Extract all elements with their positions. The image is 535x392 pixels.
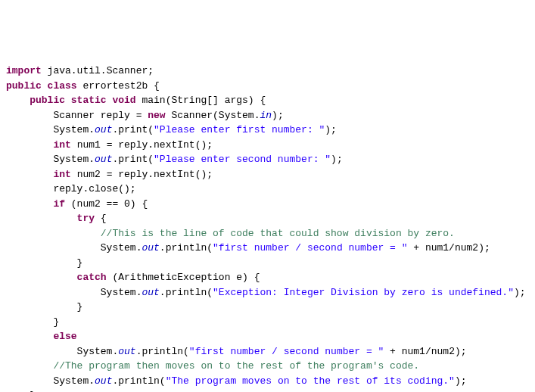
field-out: out [118,346,135,357]
text: System. [6,346,118,357]
string-literal: "Exception: Integer Division by zero is … [213,287,514,298]
code-line: System.out.print("Please enter second nu… [6,152,529,167]
code-line: System.out.println("first number / secon… [6,241,529,256]
code-line: catch (ArithmeticException e) { [6,270,529,285]
kw-void: void [107,95,136,106]
code-line: } [6,256,529,271]
kw-try: try [6,213,95,224]
text: + num1/num2); [408,242,490,254]
text: .println( [112,375,165,387]
code-line: System.out.println("The program moves on… [6,374,529,389]
text: ); [331,154,343,165]
kw-int: int [6,169,71,180]
code-line: int num1 = reply.nextInt(); [6,138,529,153]
text: java.util.Scanner; [42,65,154,76]
code-line: //The program then moves on to the rest … [6,359,529,374]
text: System. [6,287,142,298]
code-line: } [6,300,529,315]
field-out: out [142,287,159,298]
kw-new: new [148,110,165,121]
text: ); [272,110,284,121]
kw-class: class [42,80,77,92]
field-out: out [95,154,112,165]
string-literal: "Please enter second number: " [154,154,331,165]
kw-catch: catch [6,272,107,283]
text: num2 = reply.nextInt(); [71,169,213,180]
code-line: Scanner reply = new Scanner(System.in); [6,108,529,123]
text: (num2 == 0) { [65,198,148,210]
field-out: out [95,124,112,135]
text: Scanner reply = [6,110,148,121]
code-line: reply.close(); [6,182,529,197]
string-literal: "first number / second number = " [189,346,384,357]
text: .println( [136,346,189,357]
kw-if: if [6,198,65,210]
string-literal: "first number / second number = " [213,242,407,254]
code-line: public class errortest2b { [6,79,529,94]
text: .println( [160,287,213,298]
text: .println( [160,242,213,254]
code-line: int num2 = reply.nextInt(); [6,167,529,182]
text: } [6,257,82,269]
field-in: in [260,110,272,121]
code-line: System.out.println("first number / secon… [6,344,529,359]
code-line: else [6,329,529,344]
code-line: try { [6,211,529,226]
code-editor: import java.util.Scanner;public class er… [6,64,529,392]
string-literal: "Please enter first number: " [154,124,325,135]
comment: //This is the line of code that could sh… [6,228,455,239]
text: System. [6,242,142,254]
text: reply.close(); [6,183,136,194]
text: } [6,301,82,313]
text: } [6,316,59,328]
kw-public: public [6,95,65,106]
code-line: public static void main(String[] args) { [6,93,529,108]
text: + num1/num2); [384,346,466,357]
string-literal: "The program moves on to the rest of its… [166,375,455,387]
text: .print( [112,154,154,165]
text: main(String[] args) { [136,95,266,106]
kw-int: int [6,139,71,151]
text: (ArithmeticException e) { [107,272,260,283]
field-out: out [95,375,112,387]
kw-import: import [6,65,42,76]
text: ); [455,375,467,387]
code-line: System.out.println("Exception: Integer D… [6,285,529,300]
code-line: } [6,315,529,330]
text: { [95,213,107,224]
text: errortest2b { [77,80,160,92]
code-line: System.out.print("Please enter first num… [6,123,529,138]
text: ); [514,287,526,298]
text: System. [6,154,95,165]
comment: //The program then moves on to the rest … [6,360,419,372]
code-line: if (num2 == 0) { [6,197,529,212]
text: Scanner(System. [166,110,260,121]
text: System. [6,375,95,387]
kw-static: static [65,95,107,106]
field-out: out [142,242,159,254]
text: System. [6,124,95,135]
text: num1 = reply.nextInt(); [71,139,213,151]
kw-else: else [6,331,77,342]
code-line: import java.util.Scanner; [6,64,529,79]
code-line: //This is the line of code that could sh… [6,226,529,241]
code-line: } [6,388,529,392]
kw-public: public [6,80,42,92]
text: .print( [112,124,154,135]
text: ); [325,124,337,135]
